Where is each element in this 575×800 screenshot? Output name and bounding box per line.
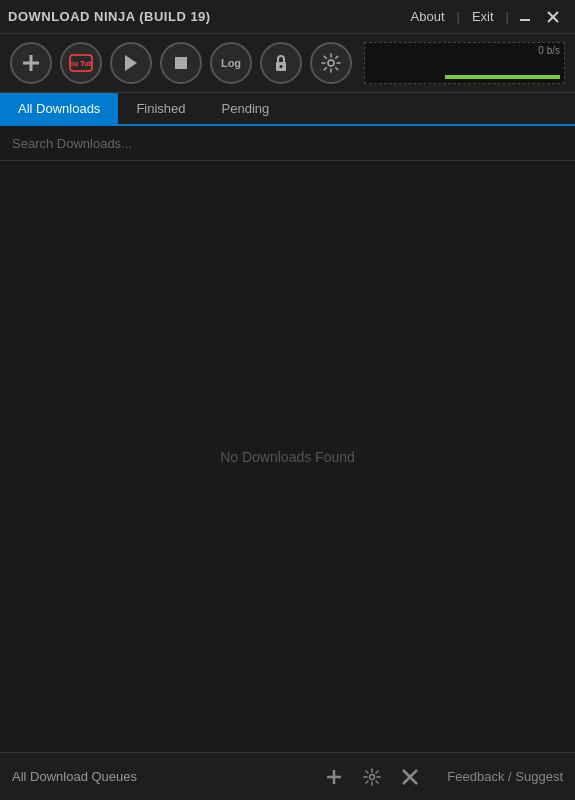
separator-1: | xyxy=(455,9,462,24)
about-button[interactable]: About xyxy=(401,0,455,34)
empty-message: No Downloads Found xyxy=(220,449,355,465)
svg-marker-7 xyxy=(125,55,137,71)
app-title: DOWNLOAD NINJA (BUILD 19) xyxy=(8,9,211,24)
add-queue-button[interactable] xyxy=(317,764,351,790)
stop-all-button[interactable] xyxy=(160,42,202,84)
minimize-button[interactable] xyxy=(511,0,539,34)
footer-queues-label: All Download Queues xyxy=(0,769,309,784)
svg-text:You Tube: You Tube xyxy=(69,60,93,67)
settings-button[interactable] xyxy=(310,42,352,84)
youtube-button[interactable]: You Tube xyxy=(60,42,102,84)
speed-bar xyxy=(445,75,560,79)
search-bar xyxy=(0,126,575,161)
toolbar: You Tube Log 0 b/s xyxy=(0,34,575,93)
title-bar-left: DOWNLOAD NINJA (BUILD 19) xyxy=(8,9,211,24)
queue-settings-button[interactable] xyxy=(355,764,389,790)
close-button[interactable] xyxy=(539,0,567,34)
svg-rect-0 xyxy=(520,19,530,21)
svg-point-11 xyxy=(328,60,334,66)
tabs-bar: All Downloads Finished Pending xyxy=(0,93,575,126)
main-content: No Downloads Found xyxy=(0,161,575,752)
footer-actions xyxy=(309,764,435,790)
delete-queue-button[interactable] xyxy=(393,764,427,790)
lock-button[interactable] xyxy=(260,42,302,84)
svg-point-10 xyxy=(280,65,283,68)
log-button[interactable]: Log xyxy=(210,42,252,84)
tab-all-downloads[interactable]: All Downloads xyxy=(0,93,118,124)
exit-button[interactable]: Exit xyxy=(462,0,504,34)
speed-label: 0 b/s xyxy=(538,45,560,56)
separator-2: | xyxy=(504,9,511,24)
svg-point-14 xyxy=(370,774,375,779)
footer: All Download Queues Feedback / Suggest xyxy=(0,752,575,800)
title-bar-right: About | Exit | xyxy=(401,0,567,34)
add-download-button[interactable] xyxy=(10,42,52,84)
title-bar: DOWNLOAD NINJA (BUILD 19) About | Exit | xyxy=(0,0,575,34)
tab-pending[interactable]: Pending xyxy=(204,93,288,124)
tab-finished[interactable]: Finished xyxy=(118,93,203,124)
feedback-button[interactable]: Feedback / Suggest xyxy=(435,769,575,784)
speed-graph: 0 b/s xyxy=(364,42,565,84)
svg-rect-8 xyxy=(175,57,187,69)
resume-all-button[interactable] xyxy=(110,42,152,84)
search-input[interactable] xyxy=(12,136,563,151)
